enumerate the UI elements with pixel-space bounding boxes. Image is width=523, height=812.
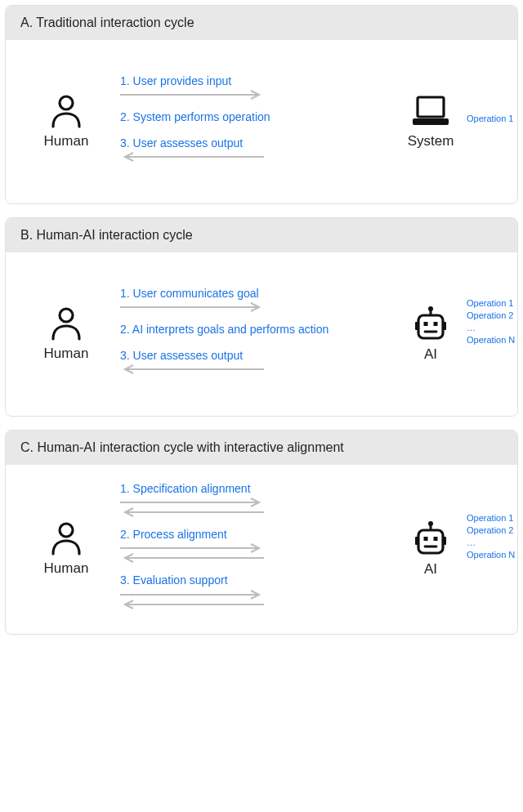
steps-column: 1. User provides input 2. System perform… bbox=[115, 74, 400, 171]
left-actor: Human bbox=[17, 521, 115, 577]
step-text: 1. User provides input bbox=[118, 74, 231, 88]
svg-rect-28 bbox=[424, 537, 428, 541]
svg-rect-11 bbox=[415, 322, 418, 330]
arrow-left-icon bbox=[118, 507, 266, 517]
arrow-left-icon bbox=[118, 152, 266, 162]
right-actor-label: AI bbox=[424, 561, 437, 578]
step: 1. User communicates goal bbox=[118, 286, 396, 312]
step: 2. Process alignment bbox=[118, 527, 396, 563]
operation-item: Operation 1 bbox=[467, 113, 513, 125]
step: 3. Evaluation support bbox=[118, 573, 396, 609]
steps-column: 1. Specification alignment 2. Process al… bbox=[115, 481, 400, 618]
operations-list: Operation 1 bbox=[467, 113, 513, 125]
laptop-icon bbox=[409, 94, 452, 128]
panel-title: C. Human-AI interaction cycle with inter… bbox=[6, 431, 517, 465]
svg-rect-4 bbox=[413, 118, 449, 125]
svg-rect-27 bbox=[443, 537, 446, 545]
step: 3. User assesses output bbox=[118, 136, 396, 162]
human-icon bbox=[50, 306, 83, 341]
right-actor-label: AI bbox=[424, 346, 437, 363]
arrow-left-icon bbox=[118, 553, 266, 563]
step-text: 1. User communicates goal bbox=[118, 286, 259, 301]
step: 2. System performs operation bbox=[118, 109, 396, 126]
step-text: 2. System performs operation bbox=[118, 109, 270, 124]
svg-rect-25 bbox=[418, 530, 443, 553]
robot-icon bbox=[413, 520, 448, 556]
step-text: 1. Specification alignment bbox=[118, 481, 251, 496]
step-text: 2. Process alignment bbox=[118, 527, 227, 542]
arrow-right bbox=[118, 497, 266, 507]
right-actor-label: System bbox=[408, 133, 454, 149]
operations-list: Operation 1Operation 2…Operation N bbox=[467, 297, 515, 346]
arrow-right-icon bbox=[118, 302, 266, 312]
right-actor: AI bbox=[400, 520, 462, 578]
svg-rect-13 bbox=[424, 322, 428, 326]
panel-c: C. Human-AI interaction cycle with inter… bbox=[5, 430, 518, 635]
svg-rect-3 bbox=[418, 97, 444, 117]
right-actor-column: AIOperation 1Operation 2…Operation N bbox=[400, 520, 506, 578]
arrow-left bbox=[118, 553, 266, 563]
left-actor: Human bbox=[17, 306, 115, 362]
arrow-right-icon bbox=[118, 590, 266, 600]
arrow-right-icon bbox=[118, 497, 266, 507]
robot-icon bbox=[413, 306, 448, 341]
step: 3. User assesses output bbox=[118, 348, 396, 374]
arrow-left-icon bbox=[118, 600, 266, 609]
svg-point-16 bbox=[60, 524, 73, 537]
arrow-left bbox=[118, 364, 266, 374]
right-actor-column: AIOperation 1Operation 2…Operation N bbox=[400, 306, 506, 363]
operation-item: … bbox=[467, 537, 515, 549]
arrow-left bbox=[118, 600, 266, 609]
operation-item: Operation 2 bbox=[467, 310, 515, 322]
step-text: 2. AI interprets goals and performs acti… bbox=[118, 322, 329, 337]
panel-a: A. Traditional interaction cycle Human1.… bbox=[5, 5, 518, 204]
operation-item: Operation 1 bbox=[467, 513, 515, 525]
operations-list: Operation 1Operation 2…Operation N bbox=[467, 513, 515, 561]
arrow-left-icon bbox=[118, 364, 266, 374]
svg-rect-10 bbox=[418, 315, 443, 338]
left-actor-label: Human bbox=[44, 346, 89, 362]
panel-body: Human1. User communicates goal 2. AI int… bbox=[6, 252, 517, 416]
steps-column: 1. User communicates goal 2. AI interpre… bbox=[115, 286, 400, 383]
left-actor-label: Human bbox=[44, 133, 89, 149]
operation-item: Operation 2 bbox=[467, 525, 515, 538]
svg-point-0 bbox=[60, 96, 73, 109]
right-actor: System bbox=[400, 94, 462, 149]
left-actor: Human bbox=[17, 94, 115, 149]
step-text: 3. Evaluation support bbox=[118, 573, 228, 587]
operation-item: … bbox=[467, 322, 515, 334]
arrow-right-icon bbox=[118, 90, 266, 100]
step-text: 3. User assesses output bbox=[118, 348, 243, 363]
arrow-left bbox=[118, 152, 266, 162]
arrow-right bbox=[118, 543, 266, 553]
left-actor-label: Human bbox=[44, 560, 89, 577]
arrow-left bbox=[118, 507, 266, 517]
svg-point-5 bbox=[60, 309, 73, 322]
step: 1. User provides input bbox=[118, 74, 396, 100]
arrow-right bbox=[118, 590, 266, 600]
panel-title: B. Human-AI interaction cycle bbox=[6, 218, 517, 252]
arrow-right-icon bbox=[118, 543, 266, 553]
svg-rect-29 bbox=[434, 537, 438, 541]
human-icon bbox=[50, 521, 83, 555]
panel-title: A. Traditional interaction cycle bbox=[6, 6, 517, 40]
right-actor: AI bbox=[400, 306, 462, 363]
svg-rect-12 bbox=[443, 322, 446, 330]
step: 1. Specification alignment bbox=[118, 481, 396, 517]
step-text: 3. User assesses output bbox=[118, 136, 243, 150]
panel-b: B. Human-AI interaction cycle Human1. Us… bbox=[5, 217, 518, 417]
svg-rect-26 bbox=[415, 537, 418, 545]
arrow-right bbox=[118, 302, 266, 312]
step: 2. AI interprets goals and performs acti… bbox=[118, 322, 396, 338]
panel-body: Human1. Specification alignment 2. Proce… bbox=[6, 465, 517, 634]
operation-item: Operation N bbox=[467, 549, 515, 561]
panel-body: Human1. User provides input 2. System pe… bbox=[6, 40, 517, 203]
arrow-right bbox=[118, 90, 266, 100]
right-actor-column: SystemOperation 1 bbox=[400, 94, 506, 149]
human-icon bbox=[50, 94, 83, 128]
svg-rect-14 bbox=[434, 322, 438, 326]
operation-item: Operation N bbox=[467, 334, 515, 346]
operation-item: Operation 1 bbox=[467, 297, 515, 310]
